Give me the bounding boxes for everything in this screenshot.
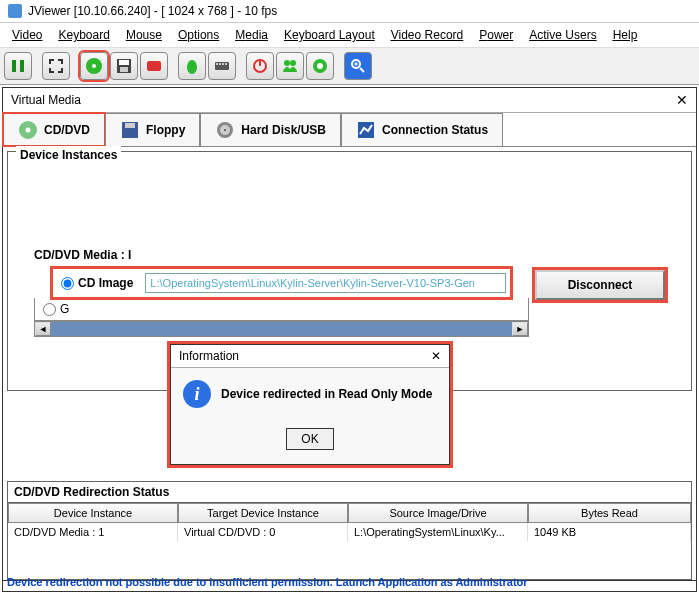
menu-video[interactable]: Video: [4, 25, 50, 45]
cell-source-image: L:\OperatingSystem\Linux\Ky...: [348, 523, 528, 541]
toolbar-keyboard[interactable]: [208, 52, 236, 80]
svg-rect-0: [12, 60, 16, 72]
cell-bytes-read: 1049 KB: [528, 523, 691, 541]
disc-icon: [18, 120, 38, 140]
col-device-instance: Device Instance: [8, 503, 178, 523]
svg-point-25: [26, 128, 31, 133]
dialog-titlebar: Information ✕: [171, 345, 449, 368]
col-target-device: Target Device Instance: [178, 503, 348, 523]
tab-connection-status[interactable]: Connection Status: [341, 113, 503, 146]
scroll-right-icon[interactable]: ►: [512, 322, 528, 336]
col-source-image: Source Image/Drive: [348, 503, 528, 523]
svg-rect-11: [219, 63, 221, 65]
cd-image-radio[interactable]: [61, 277, 74, 290]
table-row: CD/DVD Media : 1 Virtual CD/DVD : 0 L:\O…: [8, 523, 691, 541]
svg-rect-12: [222, 63, 224, 65]
table-header: Device Instance Target Device Instance S…: [8, 503, 691, 523]
toolbar: [0, 48, 699, 85]
menu-keyboard[interactable]: Keyboard: [50, 25, 117, 45]
scroll-left-icon[interactable]: ◄: [35, 322, 51, 336]
svg-point-17: [290, 60, 296, 66]
h-scrollbar[interactable]: ◄ ►: [34, 321, 529, 337]
dialog-close-icon[interactable]: ✕: [431, 349, 441, 363]
svg-point-3: [92, 64, 96, 68]
toolbar-zoom[interactable]: [344, 52, 372, 80]
svg-rect-1: [20, 60, 24, 72]
menu-help[interactable]: Help: [605, 25, 646, 45]
menu-active-users[interactable]: Active Users: [521, 25, 604, 45]
tab-label: Connection Status: [382, 123, 488, 137]
tab-label: Hard Disk/USB: [241, 123, 326, 137]
menu-mouse[interactable]: Mouse: [118, 25, 170, 45]
menu-power[interactable]: Power: [471, 25, 521, 45]
svg-rect-10: [216, 63, 218, 65]
svg-point-8: [187, 60, 197, 74]
tab-label: Floppy: [146, 123, 185, 137]
titlebar: JViewer [10.10.66.240] - [ 1024 x 768 ] …: [0, 0, 699, 23]
svg-point-19: [317, 63, 323, 69]
toolbar-users[interactable]: [276, 52, 304, 80]
disconnect-button[interactable]: Disconnect: [535, 270, 665, 300]
svg-point-16: [284, 60, 290, 66]
menu-options[interactable]: Options: [170, 25, 227, 45]
menu-media[interactable]: Media: [227, 25, 276, 45]
g-drive-row: G: [34, 298, 529, 321]
toolbar-pause[interactable]: [4, 52, 32, 80]
menubar: Video Keyboard Mouse Options Media Keybo…: [0, 23, 699, 48]
menu-video-record[interactable]: Video Record: [383, 25, 472, 45]
info-icon: i: [183, 380, 211, 408]
footer-warning: Device redirection not possible due to i…: [2, 573, 697, 592]
tab-harddisk[interactable]: Hard Disk/USB: [200, 113, 341, 146]
g-drive-radio[interactable]: [43, 303, 56, 316]
cd-image-label: CD Image: [78, 276, 133, 290]
redirection-status-title: CD/DVD Redirection Status: [7, 481, 692, 503]
svg-rect-7: [147, 61, 161, 71]
toolbar-save[interactable]: [110, 52, 138, 80]
sub-title: Virtual Media: [11, 93, 81, 107]
g-drive-label: G: [60, 302, 69, 316]
cell-device-instance: CD/DVD Media : 1: [8, 523, 178, 541]
redirection-table: Device Instance Target Device Instance S…: [7, 503, 692, 580]
cell-target-device: Virtual CD/DVD : 0: [178, 523, 348, 541]
svg-point-30: [224, 129, 226, 131]
close-icon[interactable]: ✕: [676, 92, 688, 108]
media-label: CD/DVD Media : I: [34, 248, 683, 262]
svg-rect-13: [225, 63, 227, 65]
svg-rect-27: [125, 123, 135, 128]
svg-rect-5: [119, 60, 129, 65]
device-instances-title: Device Instances: [16, 146, 121, 164]
toolbar-power[interactable]: [246, 52, 274, 80]
cd-image-path-input[interactable]: [145, 273, 506, 293]
toolbar-fullscreen[interactable]: [42, 52, 70, 80]
floppy-icon: [120, 120, 140, 140]
information-dialog: Information ✕ i Device redirected in Rea…: [170, 344, 450, 465]
dialog-message: Device redirected in Read Only Mode: [221, 387, 432, 401]
toolbar-rec[interactable]: [140, 52, 168, 80]
svg-rect-6: [120, 67, 128, 72]
window-title: JViewer [10.10.66.240] - [ 1024 x 768 ] …: [28, 4, 277, 18]
tab-cddvd[interactable]: CD/DVD: [3, 113, 105, 146]
toolbar-mouse[interactable]: [178, 52, 206, 80]
virtual-media-window: Virtual Media ✕ CD/DVD Floppy Hard Disk/…: [2, 87, 697, 581]
chart-icon: [356, 120, 376, 140]
menu-keyboard-layout[interactable]: Keyboard Layout: [276, 25, 383, 45]
svg-line-21: [360, 68, 364, 72]
app-icon: [8, 4, 22, 18]
col-bytes-read: Bytes Read: [528, 503, 691, 523]
tabbar: CD/DVD Floppy Hard Disk/USB Connection S…: [3, 113, 696, 147]
hdd-icon: [215, 120, 235, 140]
cd-image-row: CD Image: [52, 268, 511, 298]
svg-rect-15: [259, 59, 261, 66]
tab-label: CD/DVD: [44, 123, 90, 137]
toolbar-volume[interactable]: [306, 52, 334, 80]
sub-titlebar: Virtual Media ✕: [3, 88, 696, 113]
tab-floppy[interactable]: Floppy: [105, 113, 200, 146]
toolbar-disc[interactable]: [80, 52, 108, 80]
ok-button[interactable]: OK: [286, 428, 333, 450]
dialog-title: Information: [179, 349, 239, 363]
